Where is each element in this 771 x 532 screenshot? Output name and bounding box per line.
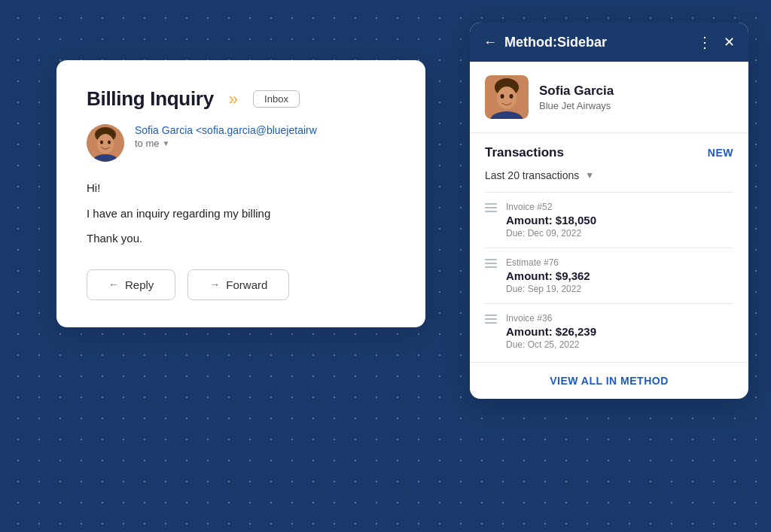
sidebar-header: ← Method:Sidebar ⋮ ✕ [470,23,748,62]
sidebar-header-right: ⋮ ✕ [697,33,735,51]
contact-company: Blue Jet Airways [539,100,614,111]
transaction-due: Due: Sep 19, 2022 [506,284,733,294]
transaction-details: Invoice #52 Amount: $18,050 Due: Dec 09,… [506,202,733,239]
body-line-1: Hi! [87,178,395,198]
filter-label: Last 20 transactions [485,169,579,181]
to-me-chevron-icon: ▼ [163,139,170,147]
email-body: Hi! I have an inquiry regarding my billi… [87,178,395,248]
sidebar-header-left: ← Method:Sidebar [483,35,607,50]
contact-name: Sofia Garcia [539,84,614,99]
sidebar-card: ← Method:Sidebar ⋮ ✕ [470,23,748,399]
transaction-lines-icon [485,259,497,268]
back-icon[interactable]: ← [483,35,497,50]
sender-row: Sofia Garcia <sofia.garcia@bluejetairw t… [87,124,395,162]
transaction-item[interactable]: Estimate #76 Amount: $9,362 Due: Sep 19,… [485,248,733,303]
contact-info: Sofia Garcia Blue Jet Airways [539,84,614,111]
email-title: Billing Inquiry [87,87,214,111]
body-line-2: I have an inquiry regarding my billing [87,204,395,223]
email-header: Billing Inquiry » Inbox [87,87,395,111]
filter-row[interactable]: Last 20 transactions ▼ [485,169,733,181]
filter-chevron-icon: ▼ [585,170,594,181]
transaction-due: Due: Dec 09, 2022 [506,228,733,239]
transaction-ref: Invoice #36 [506,313,733,324]
email-actions: ← Reply → Forward [87,269,395,300]
svg-point-6 [108,141,111,144]
contact-avatar [485,75,529,119]
transaction-details: Estimate #76 Amount: $9,362 Due: Sep 19,… [506,257,733,294]
forward-icon: → [209,278,220,290]
close-icon[interactable]: ✕ [724,34,735,50]
svg-point-5 [100,141,103,144]
body-line-3: Thank you. [87,229,395,248]
svg-point-13 [510,94,513,99]
chevron-arrows-icon: » [229,90,238,109]
to-me-label: to me ▼ [135,138,317,149]
reply-icon: ← [108,278,119,290]
view-all-link[interactable]: VIEW ALL IN METHOD [470,362,748,399]
transaction-amount: Amount: $26,239 [506,325,733,338]
transactions-title: Transactions [485,145,564,160]
new-badge: NEW [708,147,733,159]
more-options-icon[interactable]: ⋮ [697,33,713,51]
sender-email: Sofia Garcia <sofia.garcia@bluejetairw [135,124,317,136]
svg-point-11 [497,87,517,109]
transaction-due: Due: Oct 25, 2022 [506,339,733,350]
transaction-amount: Amount: $18,050 [506,214,733,226]
transaction-item[interactable]: Invoice #52 Amount: $18,050 Due: Dec 09,… [485,192,733,248]
sidebar-title: Method:Sidebar [504,35,607,50]
transaction-amount: Amount: $9,362 [506,269,733,282]
sender-info: Sofia Garcia <sofia.garcia@bluejetairw t… [135,124,317,149]
email-card: Billing Inquiry » Inbox [56,60,425,327]
svg-point-4 [97,134,114,154]
contact-section: Sofia Garcia Blue Jet Airways [470,62,748,133]
reply-button[interactable]: ← Reply [87,269,175,300]
transaction-lines-icon [485,203,497,212]
transaction-ref: Invoice #52 [506,202,733,212]
transaction-lines-icon [485,315,497,324]
transactions-header: Transactions NEW [485,145,733,160]
inbox-badge: Inbox [253,90,300,108]
svg-point-12 [501,94,504,99]
transaction-ref: Estimate #76 [506,257,733,268]
transaction-details: Invoice #36 Amount: $26,239 Due: Oct 25,… [506,313,733,350]
transaction-item[interactable]: Invoice #36 Amount: $26,239 Due: Oct 25,… [485,303,733,359]
sender-avatar [87,124,124,162]
transactions-section: Transactions NEW Last 20 transactions ▼ … [470,133,748,359]
forward-button[interactable]: → Forward [187,269,289,300]
